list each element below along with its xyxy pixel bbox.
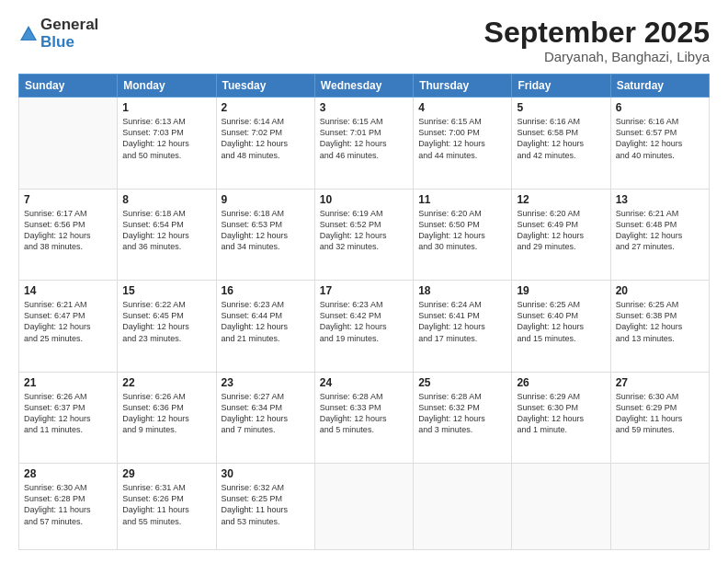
day-number: 15 bbox=[122, 284, 210, 297]
calendar-cell: 18Sunrise: 6:24 AM Sunset: 6:41 PM Dayli… bbox=[414, 281, 512, 372]
title-block: September 2025 Daryanah, Banghazi, Libya bbox=[484, 17, 710, 64]
day-info: Sunrise: 6:14 AM Sunset: 7:02 PM Dayligh… bbox=[222, 116, 310, 161]
calendar-cell bbox=[512, 464, 610, 550]
weekday-header-monday: Monday bbox=[118, 75, 216, 98]
header: General Blue September 2025 Daryanah, Ba… bbox=[18, 17, 710, 64]
day-number: 4 bbox=[418, 101, 506, 114]
day-number: 17 bbox=[320, 284, 408, 297]
logo: General Blue bbox=[18, 17, 98, 51]
day-info: Sunrise: 6:23 AM Sunset: 6:42 PM Dayligh… bbox=[320, 299, 408, 344]
day-info: Sunrise: 6:15 AM Sunset: 7:01 PM Dayligh… bbox=[320, 116, 408, 161]
day-info: Sunrise: 6:31 AM Sunset: 6:26 PM Dayligh… bbox=[122, 482, 210, 527]
calendar-week-row: 28Sunrise: 6:30 AM Sunset: 6:28 PM Dayli… bbox=[19, 464, 710, 550]
day-number: 2 bbox=[222, 101, 310, 114]
logo-general-text: General bbox=[40, 17, 98, 34]
day-number: 21 bbox=[24, 376, 112, 389]
calendar-cell: 10Sunrise: 6:19 AM Sunset: 6:52 PM Dayli… bbox=[314, 189, 413, 280]
day-number: 16 bbox=[222, 284, 310, 297]
location: Daryanah, Banghazi, Libya bbox=[484, 49, 710, 64]
calendar-cell bbox=[610, 464, 709, 550]
calendar-week-row: 21Sunrise: 6:26 AM Sunset: 6:37 PM Dayli… bbox=[19, 372, 710, 463]
calendar-cell: 28Sunrise: 6:30 AM Sunset: 6:28 PM Dayli… bbox=[19, 464, 118, 550]
calendar-cell: 26Sunrise: 6:29 AM Sunset: 6:30 PM Dayli… bbox=[512, 372, 610, 463]
day-info: Sunrise: 6:24 AM Sunset: 6:41 PM Dayligh… bbox=[418, 299, 506, 344]
day-number: 27 bbox=[616, 376, 704, 389]
day-number: 10 bbox=[320, 193, 408, 206]
day-number: 9 bbox=[222, 193, 310, 206]
calendar-week-row: 1Sunrise: 6:13 AM Sunset: 7:03 PM Daylig… bbox=[19, 98, 710, 189]
day-info: Sunrise: 6:32 AM Sunset: 6:25 PM Dayligh… bbox=[222, 482, 310, 527]
calendar-cell: 2Sunrise: 6:14 AM Sunset: 7:02 PM Daylig… bbox=[216, 98, 314, 189]
day-info: Sunrise: 6:28 AM Sunset: 6:33 PM Dayligh… bbox=[320, 391, 408, 436]
calendar-cell: 3Sunrise: 6:15 AM Sunset: 7:01 PM Daylig… bbox=[314, 98, 413, 189]
calendar-cell: 21Sunrise: 6:26 AM Sunset: 6:37 PM Dayli… bbox=[19, 372, 118, 463]
day-info: Sunrise: 6:26 AM Sunset: 6:36 PM Dayligh… bbox=[122, 391, 210, 436]
calendar-cell bbox=[19, 98, 118, 189]
day-info: Sunrise: 6:28 AM Sunset: 6:32 PM Dayligh… bbox=[418, 391, 506, 436]
day-number: 20 bbox=[616, 284, 704, 297]
day-number: 18 bbox=[418, 284, 506, 297]
calendar-cell: 29Sunrise: 6:31 AM Sunset: 6:26 PM Dayli… bbox=[118, 464, 216, 550]
day-info: Sunrise: 6:16 AM Sunset: 6:57 PM Dayligh… bbox=[616, 116, 704, 161]
calendar-cell: 9Sunrise: 6:18 AM Sunset: 6:53 PM Daylig… bbox=[216, 189, 314, 280]
calendar-table: SundayMondayTuesdayWednesdayThursdayFrid… bbox=[18, 74, 710, 550]
day-info: Sunrise: 6:13 AM Sunset: 7:03 PM Dayligh… bbox=[122, 116, 210, 161]
day-number: 29 bbox=[122, 467, 210, 480]
day-info: Sunrise: 6:19 AM Sunset: 6:52 PM Dayligh… bbox=[320, 208, 408, 253]
day-info: Sunrise: 6:17 AM Sunset: 6:56 PM Dayligh… bbox=[24, 208, 112, 253]
day-number: 6 bbox=[616, 101, 704, 114]
day-number: 26 bbox=[517, 376, 605, 389]
page: General Blue September 2025 Daryanah, Ba… bbox=[0, 0, 728, 563]
logo-text: General Blue bbox=[40, 17, 98, 51]
day-info: Sunrise: 6:18 AM Sunset: 6:53 PM Dayligh… bbox=[222, 208, 310, 253]
day-info: Sunrise: 6:22 AM Sunset: 6:45 PM Dayligh… bbox=[122, 299, 210, 344]
month-title: September 2025 bbox=[484, 17, 710, 49]
day-info: Sunrise: 6:20 AM Sunset: 6:50 PM Dayligh… bbox=[418, 208, 506, 253]
day-info: Sunrise: 6:16 AM Sunset: 6:58 PM Dayligh… bbox=[517, 116, 605, 161]
calendar-cell: 20Sunrise: 6:25 AM Sunset: 6:38 PM Dayli… bbox=[610, 281, 709, 372]
calendar-cell: 30Sunrise: 6:32 AM Sunset: 6:25 PM Dayli… bbox=[216, 464, 314, 550]
day-number: 7 bbox=[24, 193, 112, 206]
day-number: 30 bbox=[222, 467, 310, 480]
calendar-cell bbox=[314, 464, 413, 550]
calendar-cell: 24Sunrise: 6:28 AM Sunset: 6:33 PM Dayli… bbox=[314, 372, 413, 463]
calendar-cell: 22Sunrise: 6:26 AM Sunset: 6:36 PM Dayli… bbox=[118, 372, 216, 463]
logo-blue-text: Blue bbox=[40, 34, 98, 52]
day-info: Sunrise: 6:30 AM Sunset: 6:29 PM Dayligh… bbox=[616, 391, 704, 436]
calendar-cell: 1Sunrise: 6:13 AM Sunset: 7:03 PM Daylig… bbox=[118, 98, 216, 189]
calendar-cell: 16Sunrise: 6:23 AM Sunset: 6:44 PM Dayli… bbox=[216, 281, 314, 372]
day-number: 13 bbox=[616, 193, 704, 206]
logo-icon bbox=[18, 24, 39, 44]
calendar-cell: 11Sunrise: 6:20 AM Sunset: 6:50 PM Dayli… bbox=[414, 189, 512, 280]
day-info: Sunrise: 6:29 AM Sunset: 6:30 PM Dayligh… bbox=[517, 391, 605, 436]
day-number: 28 bbox=[24, 467, 112, 480]
day-number: 25 bbox=[418, 376, 506, 389]
calendar-cell: 7Sunrise: 6:17 AM Sunset: 6:56 PM Daylig… bbox=[19, 189, 118, 280]
day-number: 14 bbox=[24, 284, 112, 297]
day-number: 19 bbox=[517, 284, 605, 297]
calendar-cell: 5Sunrise: 6:16 AM Sunset: 6:58 PM Daylig… bbox=[512, 98, 610, 189]
day-number: 23 bbox=[222, 376, 310, 389]
day-number: 3 bbox=[320, 101, 408, 114]
day-number: 24 bbox=[320, 376, 408, 389]
day-number: 12 bbox=[517, 193, 605, 206]
day-number: 8 bbox=[122, 193, 210, 206]
day-info: Sunrise: 6:25 AM Sunset: 6:40 PM Dayligh… bbox=[517, 299, 605, 344]
day-number: 5 bbox=[517, 101, 605, 114]
weekday-header-tuesday: Tuesday bbox=[216, 75, 314, 98]
calendar-cell: 13Sunrise: 6:21 AM Sunset: 6:48 PM Dayli… bbox=[610, 189, 709, 280]
day-info: Sunrise: 6:25 AM Sunset: 6:38 PM Dayligh… bbox=[616, 299, 704, 344]
day-info: Sunrise: 6:21 AM Sunset: 6:48 PM Dayligh… bbox=[616, 208, 704, 253]
calendar-cell: 15Sunrise: 6:22 AM Sunset: 6:45 PM Dayli… bbox=[118, 281, 216, 372]
calendar-cell: 23Sunrise: 6:27 AM Sunset: 6:34 PM Dayli… bbox=[216, 372, 314, 463]
weekday-header-friday: Friday bbox=[512, 75, 610, 98]
calendar-cell: 27Sunrise: 6:30 AM Sunset: 6:29 PM Dayli… bbox=[610, 372, 709, 463]
weekday-header-wednesday: Wednesday bbox=[314, 75, 413, 98]
calendar-cell: 19Sunrise: 6:25 AM Sunset: 6:40 PM Dayli… bbox=[512, 281, 610, 372]
day-info: Sunrise: 6:20 AM Sunset: 6:49 PM Dayligh… bbox=[517, 208, 605, 253]
calendar-cell: 8Sunrise: 6:18 AM Sunset: 6:54 PM Daylig… bbox=[118, 189, 216, 280]
day-info: Sunrise: 6:27 AM Sunset: 6:34 PM Dayligh… bbox=[222, 391, 310, 436]
day-number: 1 bbox=[122, 101, 210, 114]
weekday-header-sunday: Sunday bbox=[19, 75, 118, 98]
calendar-week-row: 7Sunrise: 6:17 AM Sunset: 6:56 PM Daylig… bbox=[19, 189, 710, 280]
